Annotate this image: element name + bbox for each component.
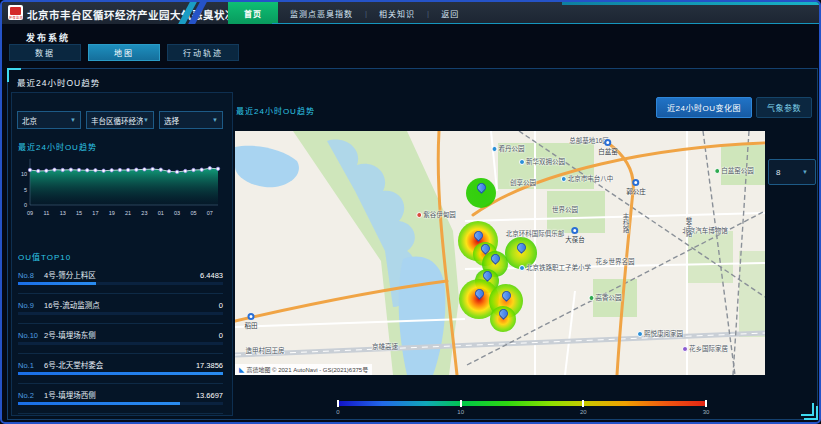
top-row-bar-track: [18, 372, 223, 375]
subway-station: 白盆窑: [598, 139, 618, 156]
tab-1[interactable]: 地图: [88, 44, 160, 61]
ou-trend-chart: 0510091113151719212301030507: [14, 151, 228, 221]
top-row-bar-track: [18, 342, 223, 345]
legend-gradient-bar: 0102030: [338, 401, 706, 406]
top-list-row: No.916号-流动监测点0: [18, 294, 223, 324]
top-header: 环保监测 北京市丰台区循环经济产业园大气恶臭状况实时 首页监测点恶臭指数|相关知…: [2, 2, 819, 24]
subway-station-name: 白盆窑: [598, 146, 618, 156]
chevron-down-icon: ▼: [143, 117, 149, 123]
legend-tick-label: 20: [580, 409, 587, 415]
map-label: 看丹公园: [492, 143, 525, 153]
map-label: 北京市丰台八中: [561, 173, 614, 183]
poi-blue-icon: [492, 146, 498, 152]
svg-text:19: 19: [109, 210, 115, 216]
subway-station-name: 郭公庄: [626, 186, 646, 196]
top-list-row: No.84号-筛分上料区6.4483: [18, 264, 223, 294]
top-row-bar-fill: [18, 402, 180, 405]
poi-purple-icon: [682, 346, 688, 352]
park-icon: [589, 295, 595, 301]
top-row-value: 17.3856: [196, 361, 223, 370]
top-row-line: No.916号-流动监测点0: [18, 294, 223, 310]
map-button-1[interactable]: 气象参数: [756, 97, 812, 118]
top-row-value: 13.6697: [196, 391, 223, 400]
chevron-down-icon: ▼: [212, 117, 218, 123]
header-top-accent: [562, 2, 821, 5]
poi-red-icon: [416, 212, 422, 218]
point-select[interactable]: 选择 ▼: [159, 111, 223, 129]
top-row-rank: No.10: [18, 331, 44, 340]
map-label: 花乡世界名园: [596, 256, 635, 266]
hour-select[interactable]: 8 ▼: [768, 159, 816, 185]
region-select-value: 北京: [22, 115, 37, 126]
top-row-rank: No.2: [18, 391, 44, 400]
top-row-name: 4号-筛分上料区: [44, 269, 96, 280]
legend-tick-label: 0: [336, 409, 339, 415]
map-label: 创享公园: [510, 177, 536, 187]
chevron-down-icon: ▼: [802, 169, 808, 175]
view-tabs: 数据地图行动轨迹: [9, 44, 239, 61]
svg-text:10: 10: [21, 171, 27, 177]
map-label: 北京铁路职工子弟小学: [519, 262, 591, 272]
poi-blue-icon: [637, 331, 643, 337]
top-list-row: No.16号-北天堂村委会17.3856: [18, 354, 223, 384]
svg-text:03: 03: [174, 210, 180, 216]
app-logo-icon: 环保监测: [8, 5, 23, 20]
nav-underline: [272, 23, 821, 24]
svg-text:09: 09: [27, 210, 33, 216]
top-row-bar-track: [18, 402, 223, 405]
map-label: 京雄高速: [372, 341, 398, 351]
top-row-bar-track: [18, 282, 223, 285]
top-row-value: 6.4483: [200, 271, 223, 280]
publish-system-label: 发布系统: [26, 31, 70, 44]
subway-station-icon: [248, 313, 255, 320]
main-panel: 最近24小时OU趋势 北京 ▼ 丰台区循环经济产 ▼ 选择 ▼ 最近24小时OU…: [7, 68, 818, 420]
tab-2[interactable]: 行动轨迹: [167, 44, 239, 61]
region-select[interactable]: 北京 ▼: [17, 111, 81, 129]
svg-text:5: 5: [24, 187, 27, 193]
svg-text:05: 05: [190, 210, 196, 216]
autonavi-logo-icon: ◣: [239, 366, 244, 374]
park-icon: [714, 168, 720, 174]
map-label: 紫谷伊甸园: [416, 209, 456, 219]
map-canvas[interactable]: ◣ 高德地图 © 2021 AutoNavi - GS(2021)6375号 看…: [235, 131, 765, 375]
nav-item-0[interactable]: 首页: [228, 2, 278, 24]
top-list-row: No.21号-填埋场西侧13.6697: [18, 384, 223, 414]
main-nav: 首页监测点恶臭指数|相关知识|返回: [228, 2, 471, 24]
legend-tick: [582, 400, 584, 407]
subway-station-icon: [633, 179, 640, 186]
map-attribution: ◣ 高德地图 © 2021 AutoNavi - GS(2021)6375号: [235, 364, 372, 375]
svg-text:13: 13: [60, 210, 66, 216]
top-row-name: 6号-北天堂村委会: [44, 359, 103, 370]
map-view-buttons: 近24小时OU变化图气象参数: [656, 97, 812, 118]
top-row-name: 2号-填埋场东侧: [44, 329, 96, 340]
map-label: 白盆窑公园: [714, 165, 754, 175]
map-label: 丰科路: [620, 213, 630, 233]
map-label: 高香公园: [589, 292, 622, 302]
top-row-line: No.16号-北天堂村委会17.3856: [18, 354, 223, 370]
svg-text:11: 11: [43, 210, 49, 216]
map-label: 新华双拥公园: [519, 156, 565, 166]
svg-text:01: 01: [158, 210, 164, 216]
legend-tick: [460, 400, 462, 407]
top-row-line: No.84号-筛分上料区6.4483: [18, 264, 223, 280]
nav-item-2[interactable]: 相关知识: [367, 2, 427, 24]
left-panel: 北京 ▼ 丰台区循环经济产 ▼ 选择 ▼ 最近24小时OU趋势 05100911…: [11, 92, 233, 416]
tab-0[interactable]: 数据: [9, 44, 81, 61]
nav-item-1[interactable]: 监测点恶臭指数: [278, 2, 365, 24]
panel-title: 最近24小时OU趋势: [17, 76, 100, 88]
app-window: 环保监测 北京市丰台区循环经济产业园大气恶臭状况实时 首页监测点恶臭指数|相关知…: [0, 0, 821, 424]
top-row-bar-fill: [18, 282, 96, 285]
svg-text:17: 17: [92, 210, 98, 216]
top-row-value: 0: [219, 301, 223, 310]
ou-top-list: No.84号-筛分上料区6.4483No.916号-流动监测点0No.102号-…: [18, 264, 223, 414]
nav-item-3[interactable]: 返回: [429, 2, 471, 24]
map-label: 花乡国际家居: [682, 343, 728, 353]
map-label: 造甲村回王房: [246, 345, 285, 355]
subway-station: 郭公庄: [626, 179, 646, 196]
subway-station-name: 稻田: [245, 320, 258, 330]
top-row-bar-fill: [18, 372, 223, 375]
svg-text:15: 15: [76, 210, 82, 216]
top-list-row: No.102号-填埋场东侧0: [18, 324, 223, 354]
map-button-0[interactable]: 近24小时OU变化图: [656, 97, 752, 118]
park-select[interactable]: 丰台区循环经济产 ▼: [86, 111, 154, 129]
